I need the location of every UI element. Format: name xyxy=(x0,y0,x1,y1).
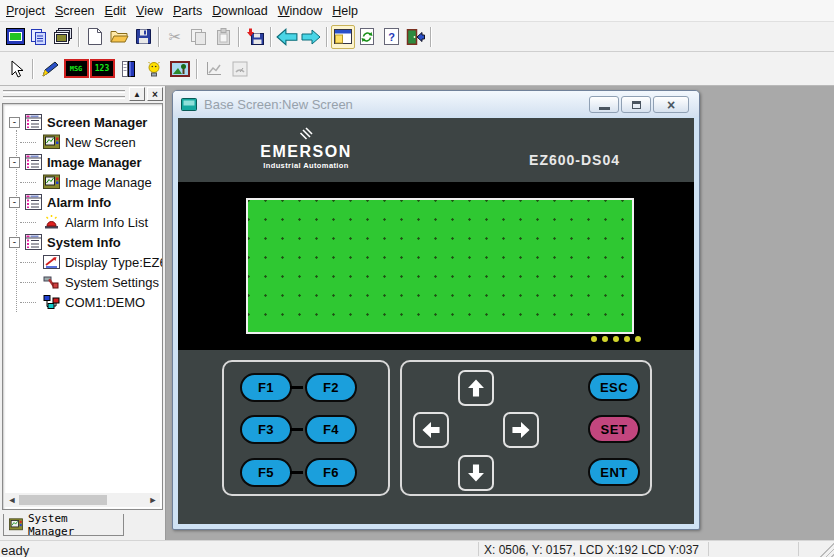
open-file-icon xyxy=(110,29,129,44)
cut-button[interactable]: ✂ xyxy=(163,25,187,49)
menu-window[interactable]: Window xyxy=(273,2,327,20)
down-arrow-icon xyxy=(465,462,487,484)
collapse-expander-icon[interactable]: - xyxy=(9,237,20,248)
key-f1: F1 xyxy=(240,373,292,402)
led-dot xyxy=(624,336,630,342)
close-panel-button[interactable]: × xyxy=(147,87,163,101)
application-window: Project Screen Edit View Parts Download … xyxy=(0,0,834,557)
status-separator xyxy=(798,542,799,556)
lamp-button[interactable] xyxy=(141,56,167,82)
save-button[interactable] xyxy=(131,25,155,49)
tab-system-manager[interactable]: System Manager xyxy=(3,514,124,536)
key-esc: ESC xyxy=(588,373,640,401)
paste-icon xyxy=(216,28,231,46)
collapse-expander-icon[interactable]: - xyxy=(9,157,20,168)
tree-item-screen-manager[interactable]: - Screen Manager xyxy=(7,112,162,132)
meter-button[interactable] xyxy=(227,56,253,82)
key-f4: F4 xyxy=(305,415,357,444)
tree-item-label: New Screen xyxy=(65,135,136,150)
tree-horizontal-scrollbar[interactable]: ◄ ► xyxy=(5,493,160,507)
tree-item-label: Image Manager xyxy=(47,155,142,170)
scroll-right-icon[interactable]: ► xyxy=(147,493,159,507)
menu-project[interactable]: Project xyxy=(1,2,50,20)
function-key-group: F1 F2 F3 F4 F5 F6 xyxy=(222,360,390,496)
key-connector xyxy=(290,386,303,389)
panel-gripper[interactable] xyxy=(3,90,125,93)
register-book-button[interactable] xyxy=(115,56,141,82)
help-button[interactable]: ? xyxy=(379,25,403,49)
collapse-panel-button[interactable]: ▲ xyxy=(129,87,145,101)
download-button[interactable] xyxy=(243,25,267,49)
new-screen-button[interactable] xyxy=(3,25,27,49)
screen-icon xyxy=(43,174,60,190)
back-button[interactable] xyxy=(275,25,299,49)
menu-screen[interactable]: Screen xyxy=(50,2,100,20)
led-dot xyxy=(591,336,597,342)
lcd-edit-canvas[interactable] xyxy=(246,198,634,334)
minimize-button[interactable] xyxy=(589,96,619,113)
select-cursor-button[interactable] xyxy=(3,56,29,82)
toolbar-separator xyxy=(430,27,432,47)
tree-item-image-manager[interactable]: - Image Manager xyxy=(7,152,162,172)
menu-download[interactable]: Download xyxy=(207,2,273,20)
help-icon: ? xyxy=(384,28,399,45)
brand-subtitle: Industrial Automation xyxy=(248,161,364,170)
menu-edit[interactable]: Edit xyxy=(100,2,132,20)
tree-item-alarm-info-list[interactable]: Alarm Info List xyxy=(7,212,162,232)
menu-view[interactable]: View xyxy=(131,2,168,20)
forward-button[interactable] xyxy=(299,25,323,49)
copy-screen-button[interactable] xyxy=(27,25,51,49)
screen-stack-button[interactable] xyxy=(51,25,75,49)
led-dot xyxy=(635,336,641,342)
collapse-expander-icon[interactable]: - xyxy=(9,197,20,208)
window-title-bar[interactable]: Base Screen:New Screen × xyxy=(173,91,699,117)
open-file-button[interactable] xyxy=(107,25,131,49)
back-arrow-icon xyxy=(276,26,298,48)
menu-parts[interactable]: Parts xyxy=(168,2,207,20)
lamp-icon xyxy=(146,60,162,78)
lcd-bezel xyxy=(178,182,694,350)
new-file-button[interactable] xyxy=(83,25,107,49)
device-header: EMERSON Industrial Automation EZ600-DS04 xyxy=(178,118,694,182)
emerson-diamond-icon xyxy=(298,127,314,142)
brand-name: EMERSON xyxy=(248,143,364,161)
register-book-icon xyxy=(120,60,136,78)
scrollbar-thumb[interactable] xyxy=(19,495,107,505)
menu-help[interactable]: Help xyxy=(327,2,363,20)
resize-grip[interactable] xyxy=(820,543,834,557)
maximize-button[interactable] xyxy=(621,96,651,113)
refresh-button[interactable] xyxy=(355,25,379,49)
hmi-device-preview: EMERSON Industrial Automation EZ600-DS04 xyxy=(178,118,694,524)
tree-item-label: Alarm Info List xyxy=(65,215,148,230)
status-ready-text: eady xyxy=(1,543,29,557)
screen-manager-panel-button[interactable] xyxy=(331,25,355,49)
close-icon: × xyxy=(152,89,158,100)
trend-graph-button[interactable] xyxy=(201,56,227,82)
panel-gripper[interactable] xyxy=(3,96,125,99)
exit-button[interactable] xyxy=(403,25,427,49)
device-keypad: F1 F2 F3 F4 F5 F6 xyxy=(178,350,694,524)
tree-item-com1[interactable]: COM1:DEMO xyxy=(7,292,162,312)
text-pen-button[interactable] xyxy=(37,56,63,82)
tree-item-system-settings[interactable]: System Settings xyxy=(7,272,162,292)
number-display-button[interactable]: 123 xyxy=(89,56,115,82)
meter-icon xyxy=(232,61,248,77)
scroll-left-icon[interactable]: ◄ xyxy=(6,493,18,507)
tree-item-new-screen[interactable]: New Screen xyxy=(7,132,162,152)
screen-stack-icon xyxy=(54,28,73,45)
copy-button[interactable] xyxy=(187,25,211,49)
tree-item-image-manage[interactable]: Image Manage xyxy=(7,172,162,192)
tree-item-system-info[interactable]: - System Info xyxy=(7,232,162,252)
image-part-icon xyxy=(170,61,190,77)
tree-item-display-type[interactable]: Display Type:EZ6 xyxy=(7,252,162,272)
maximize-icon xyxy=(632,101,641,109)
collapse-expander-icon[interactable]: - xyxy=(9,117,20,128)
mdi-workspace: Base Screen:New Screen × EMERSON Industr… xyxy=(166,86,834,540)
paste-button[interactable] xyxy=(211,25,235,49)
device-model-label: EZ600-DS04 xyxy=(529,152,620,168)
tree-item-alarm-info[interactable]: - Alarm Info xyxy=(7,192,162,212)
image-part-button[interactable] xyxy=(167,56,193,82)
close-button[interactable]: × xyxy=(653,96,689,113)
message-display-button[interactable]: MSG xyxy=(63,56,89,82)
key-right xyxy=(503,412,539,448)
